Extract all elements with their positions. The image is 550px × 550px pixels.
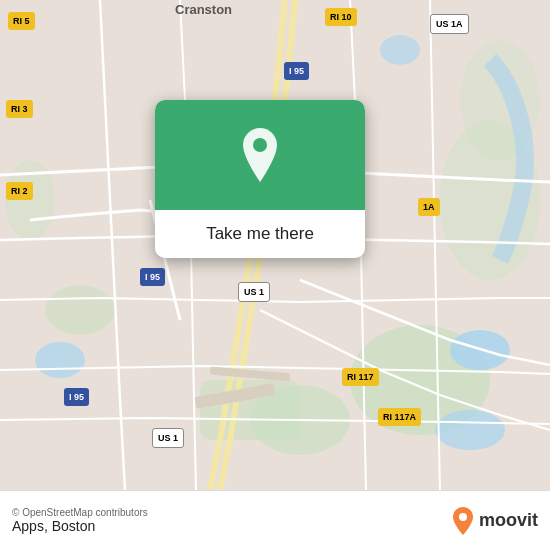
svg-point-11 <box>435 410 505 450</box>
ri117-badge: RI 117 <box>342 368 379 386</box>
ri117a-badge: RI 117A <box>378 408 421 426</box>
bottom-left: © OpenStreetMap contributors Apps, Bosto… <box>12 507 148 534</box>
ri2-badge: RI 2 <box>6 182 33 200</box>
1a-badge: 1A <box>418 198 440 216</box>
svg-text:Cranston: Cranston <box>175 2 232 17</box>
popup-card: Take me there <box>155 100 365 258</box>
apps-label: Apps <box>12 518 44 534</box>
svg-point-9 <box>35 342 85 378</box>
map-container: Cranston RI 5 RI 10 US 1A RI 3 I 95 RI 2… <box>0 0 550 490</box>
svg-point-4 <box>45 285 115 335</box>
take-me-there-button[interactable]: Take me there <box>155 210 365 258</box>
ri3-badge: RI 3 <box>6 100 33 118</box>
attribution-text: © OpenStreetMap contributors <box>12 507 148 518</box>
us1-mid-badge: US 1 <box>238 282 270 302</box>
i95-bot-badge: I 95 <box>64 388 89 406</box>
popup-green-area <box>155 100 365 210</box>
location-pin-icon <box>238 128 282 182</box>
svg-point-16 <box>253 138 267 152</box>
i95-top-badge: I 95 <box>284 62 309 80</box>
ri10-badge: RI 10 <box>325 8 357 26</box>
boston-label: Boston <box>52 518 96 534</box>
ri5-badge: RI 5 <box>8 12 35 30</box>
moovit-text: moovit <box>479 510 538 531</box>
i95-mid-badge: I 95 <box>140 268 165 286</box>
moovit-logo: moovit <box>451 507 538 535</box>
svg-point-17 <box>459 513 467 521</box>
us1a-badge: US 1A <box>430 14 469 34</box>
bottom-bar: © OpenStreetMap contributors Apps, Bosto… <box>0 490 550 550</box>
moovit-pin-icon <box>451 507 475 535</box>
svg-point-10 <box>380 35 420 65</box>
app-location-label: Apps, Boston <box>12 518 148 534</box>
us1-bot-badge: US 1 <box>152 428 184 448</box>
